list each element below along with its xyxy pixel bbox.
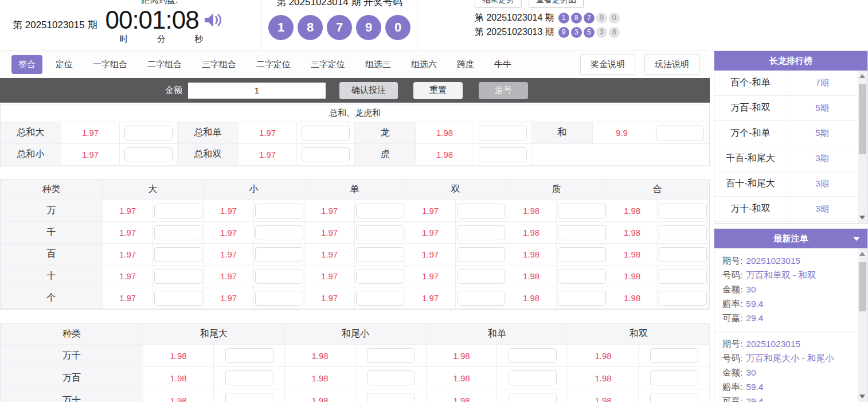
bet-amount-input[interactable] (356, 225, 404, 240)
bet-amount-input[interactable] (124, 126, 173, 140)
unit-hour: 时 (120, 34, 128, 45)
bet-input-cell (557, 266, 607, 287)
tab-1[interactable]: 定位 (49, 55, 80, 74)
confirm-bet-button[interactable]: 确认投注 (339, 82, 398, 99)
bet-amount-input[interactable] (225, 393, 273, 402)
scroll-down-icon[interactable] (859, 216, 865, 220)
amount-input[interactable] (188, 83, 326, 99)
sum-dragon-tiger-table: 总和、龙虎和 总和大1.97总和单1.97龙1.98和9.9总和小1.97总和双… (0, 104, 710, 166)
bet-amount-input[interactable] (509, 393, 557, 402)
order-period: 期号:20251023015 (722, 253, 857, 268)
tab-6[interactable]: 三字定位 (304, 55, 352, 74)
bet-amount-input[interactable] (509, 370, 557, 385)
order-odds: 赔率:59.4 (722, 380, 857, 394)
bet-amount-input[interactable] (367, 348, 415, 363)
bet-amount-input[interactable] (457, 269, 505, 284)
bet-label: 总和双 (178, 144, 238, 166)
dragon-list-item: 百十-和尾大3期 (714, 171, 857, 197)
bonus-help-button[interactable]: 奖金说明 (580, 54, 635, 75)
bet-amount-input[interactable] (356, 291, 404, 306)
results-trend-button[interactable]: 结果走势 (475, 0, 522, 8)
bet-amount-input[interactable] (659, 269, 707, 284)
bet-amount-input[interactable] (367, 370, 415, 385)
bet-odds: 1.98 (607, 222, 658, 244)
bet-amount-input[interactable] (154, 291, 202, 306)
bet-amount-input[interactable] (225, 370, 273, 385)
bet-amount-input[interactable] (650, 393, 698, 402)
bet-input-cell (497, 367, 568, 389)
bet-amount-input[interactable] (302, 126, 350, 140)
dragon-list-item: 万百-和双5期 (714, 96, 857, 121)
bet-amount-input[interactable] (154, 225, 202, 240)
bet-amount-input[interactable] (479, 126, 527, 140)
order-number-label: 号码: (722, 351, 742, 365)
orders-panel-title: 最新注单 (774, 233, 808, 244)
tab-4[interactable]: 三字组合 (195, 55, 243, 74)
tab-5[interactable]: 二字定位 (249, 55, 298, 74)
bet-amount-input[interactable] (255, 204, 303, 218)
bet-amount-input[interactable] (558, 291, 606, 306)
bet-amount-input[interactable] (457, 225, 505, 240)
bet-amount-input[interactable] (509, 348, 557, 363)
reset-button[interactable]: 重置 (413, 82, 463, 99)
bet-amount-input[interactable] (124, 147, 173, 162)
bet-amount-input[interactable] (558, 225, 606, 240)
play-help-button[interactable]: 玩法说明 (644, 54, 699, 75)
bet-amount-input[interactable] (659, 247, 707, 262)
tab-2[interactable]: 一字组合 (86, 55, 134, 74)
tab-10[interactable]: 牛牛 (487, 55, 518, 74)
tab-9[interactable]: 跨度 (450, 55, 481, 74)
bet-amount-input[interactable] (558, 204, 606, 218)
orders-scrollbar[interactable] (858, 248, 867, 402)
column-header: 双 (405, 179, 506, 200)
bet-input-cell (254, 287, 304, 309)
speaker-icon[interactable] (204, 11, 223, 31)
bet-amount-input[interactable] (558, 269, 606, 284)
bet-amount-input[interactable] (656, 126, 704, 140)
bet-amount-input[interactable] (356, 269, 404, 284)
scrollbar-thumb[interactable] (859, 84, 866, 154)
tab-0[interactable]: 整合 (11, 55, 42, 74)
bet-amount-input[interactable] (457, 291, 505, 306)
chase-number-button[interactable]: 追号 (479, 82, 528, 99)
order-win-label: 可赢: (722, 311, 742, 325)
bet-amount-input[interactable] (302, 147, 350, 162)
bet-amount-input[interactable] (457, 204, 505, 218)
bet-amount-input[interactable] (154, 269, 202, 284)
bet-amount-input[interactable] (154, 247, 202, 262)
tab-7[interactable]: 组选三 (358, 55, 398, 74)
bet-amount-input[interactable] (255, 269, 303, 284)
order-entry: 期号:20251023015号码:万百和单双 - 和双金额:30赔率:59.4可… (714, 248, 857, 331)
bet-amount-input[interactable] (225, 348, 273, 363)
scroll-up-icon[interactable] (859, 74, 865, 78)
bet-amount-input[interactable] (255, 225, 303, 240)
bet-amount-input[interactable] (659, 225, 707, 240)
scroll-up-icon[interactable] (859, 252, 865, 256)
dragon-ranking-panel: 长龙排行榜 百个-和单7期万百-和双5期万个-和单5期千百-和尾大3期百十-和尾… (714, 50, 868, 224)
collapse-caret-icon[interactable] (853, 237, 860, 241)
bet-input-cell (557, 222, 607, 244)
bet-amount-input[interactable] (356, 204, 404, 218)
bet-amount-input[interactable] (367, 393, 415, 402)
tab-8[interactable]: 组选六 (404, 55, 444, 74)
bet-amount-input[interactable] (255, 291, 303, 306)
top-header: 第 20251023015 期 距离到盘: 00:01:08 时 分 秒 (0, 0, 868, 50)
bet-amount-input[interactable] (659, 204, 707, 218)
bet-amount-input[interactable] (659, 291, 707, 306)
bet-odds: 1.97 (103, 266, 153, 287)
view-trend-chart-button[interactable]: 查看走势图 (529, 0, 584, 8)
dragon-scrollbar[interactable] (858, 71, 867, 223)
bet-amount-input[interactable] (650, 348, 698, 363)
bet-amount-input[interactable] (479, 147, 527, 162)
column-header: 和尾小 (285, 324, 427, 345)
bet-amount-input[interactable] (650, 370, 698, 385)
bet-amount-input[interactable] (558, 247, 606, 262)
scrollbar-thumb[interactable] (859, 262, 866, 311)
scroll-down-icon[interactable] (859, 395, 865, 399)
bet-amount-input[interactable] (457, 247, 505, 262)
bet-amount-input[interactable] (154, 204, 202, 218)
column-header: 和尾大 (143, 324, 285, 345)
tab-3[interactable]: 二字组合 (140, 55, 189, 74)
bet-amount-input[interactable] (255, 247, 303, 262)
bet-amount-input[interactable] (356, 247, 404, 262)
